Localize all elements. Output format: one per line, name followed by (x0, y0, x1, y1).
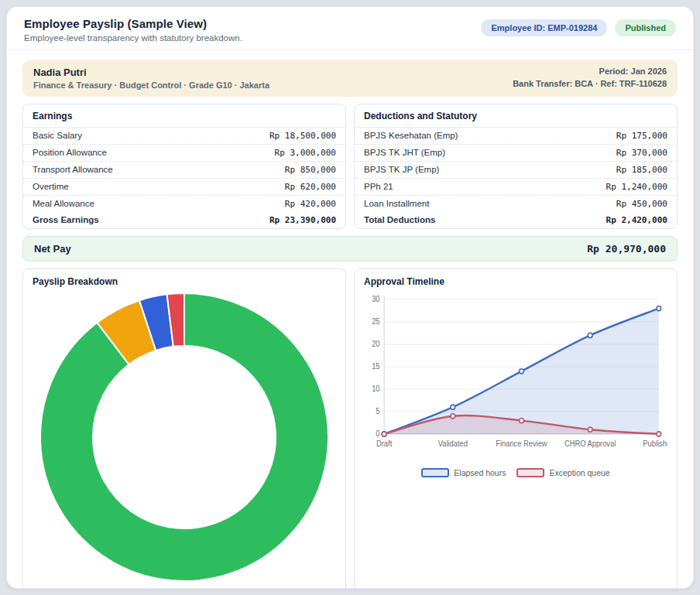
row-label: Meal Allowance (33, 199, 94, 208)
row-value: Rp 370,000 (616, 148, 667, 158)
deductions-rows: BPJS Kesehatan (Emp)Rp 175,000BPJS TK JH… (355, 128, 677, 212)
table-row: BPJS TK JP (Emp)Rp 185,000 (355, 162, 677, 179)
table-row: Loan InstallmentRp 450,000 (355, 196, 677, 212)
table-row: Position AllowanceRp 3,000,000 (23, 145, 345, 162)
data-point-marker (657, 432, 661, 436)
employee-strip: Nadia Putri Finance & Treasury · Budget … (22, 60, 678, 97)
row-value: Rp 850,000 (285, 165, 336, 175)
table-row: BPJS Kesehatan (Emp)Rp 175,000 (355, 128, 677, 145)
y-tick-label: 25 (372, 317, 379, 326)
legend-swatch (170, 588, 190, 589)
legend-label: Exception queue (549, 468, 609, 477)
earnings-panel: Earnings Basic SalaryRp 18,500,000Positi… (22, 104, 346, 229)
charts-section: Payslip Breakdown Net PayTaxBPJSOther de… (22, 268, 678, 589)
deductions-total-value: Rp 2,420,000 (606, 215, 667, 225)
data-point-marker (520, 369, 524, 374)
earnings-title: Earnings (23, 104, 345, 128)
y-tick-label: 10 (372, 385, 379, 393)
header-text: Employee Payslip (Sample View) Employee-… (24, 17, 242, 43)
table-row: Meal AllowanceRp 420,000 (23, 196, 345, 212)
earnings-rows: Basic SalaryRp 18,500,000Position Allowa… (23, 128, 345, 212)
data-point-marker (382, 432, 386, 436)
row-value: Rp 3,000,000 (275, 148, 336, 158)
x-tick-label: CHRO Approval (564, 439, 616, 448)
period-label: Period: Jan 2026 (513, 66, 667, 78)
employee-name: Nadia Putri (33, 67, 269, 78)
row-value: Rp 1,240,000 (606, 182, 667, 192)
legend-label: Tax (146, 588, 158, 589)
employee-identity: Nadia Putri Finance & Treasury · Budget … (33, 67, 269, 90)
x-tick-label: Draft (376, 439, 392, 448)
data-point-marker (520, 418, 524, 422)
legend-label: Net Pay (81, 588, 110, 589)
table-row: Transport AllowanceRp 850,000 (23, 162, 345, 179)
legend-item: Exception queue (516, 468, 609, 477)
line-chart-legend: Elapsed hoursException queue (364, 468, 667, 480)
data-point-marker (657, 306, 661, 310)
legend-item: Tax (121, 588, 158, 589)
donut-legend: Net PayTaxBPJSOther deductions (33, 588, 336, 589)
row-value: Rp 185,000 (616, 165, 667, 175)
approval-timeline-panel: Approval Timeline 051015202530DraftValid… (354, 268, 678, 589)
row-label: BPJS TK JP (Emp) (364, 165, 439, 174)
row-label: Overtime (33, 182, 69, 191)
payslip-breakdown-title: Payslip Breakdown (33, 276, 336, 287)
deductions-panel: Deductions and Statutory BPJS Kesehatan … (354, 104, 678, 229)
legend-swatch (516, 468, 544, 477)
status-badge: Published (615, 19, 676, 36)
net-pay-value: Rp 20,970,000 (587, 243, 666, 255)
legend-swatch (225, 588, 245, 589)
y-tick-label: 30 (372, 295, 379, 303)
row-value: Rp 620,000 (285, 182, 336, 192)
table-row: PPh 21Rp 1,240,000 (355, 179, 677, 196)
net-pay-bar: Net Pay Rp 20,970,000 (22, 236, 678, 262)
page-title: Employee Payslip (Sample View) (24, 17, 242, 30)
deductions-total-label: Total Deductions (364, 215, 435, 224)
deductions-title: Deductions and Statutory (355, 104, 677, 128)
legend-item: Elapsed hours (421, 468, 506, 477)
legend-swatch (57, 588, 77, 589)
y-tick-label: 5 (376, 407, 379, 415)
row-label: PPh 21 (364, 182, 393, 191)
legend-swatch (121, 588, 141, 589)
donut-chart (33, 287, 336, 588)
y-tick-label: 20 (372, 340, 379, 348)
legend-item: BPJS (170, 588, 214, 589)
x-tick-label: Published (643, 439, 667, 448)
legend-item: Other deductions (225, 588, 312, 589)
donut-chart-svg (38, 291, 331, 583)
table-row: BPJS TK JHT (Emp)Rp 370,000 (355, 145, 677, 162)
table-row: Basic SalaryRp 18,500,000 (23, 128, 345, 145)
data-point-marker (588, 333, 592, 337)
x-tick-label: Finance Review (496, 439, 547, 448)
legend-label: Elapsed hours (454, 468, 506, 477)
line-chart-svg: 051015202530DraftValidatedFinance Review… (364, 290, 667, 467)
row-label: Position Allowance (33, 148, 107, 157)
data-point-marker (588, 427, 592, 432)
bank-ref-label: Bank Transfer: BCA · Ref: TRF-110628 (513, 78, 667, 91)
row-value: Rp 450,000 (616, 199, 667, 209)
row-value: Rp 18,500,000 (269, 131, 336, 141)
data-point-marker (451, 405, 455, 409)
approval-timeline-title: Approval Timeline (364, 276, 667, 287)
pay-tables: Earnings Basic SalaryRp 18,500,000Positi… (22, 104, 678, 229)
legend-item: Net Pay (57, 588, 110, 589)
row-label: Transport Allowance (33, 165, 113, 174)
net-pay-label: Net Pay (34, 243, 71, 255)
employee-period-info: Period: Jan 2026 Bank Transfer: BCA · Re… (513, 66, 667, 91)
earnings-total-label: Gross Earnings (33, 215, 99, 224)
row-label: Basic Salary (33, 131, 82, 140)
y-tick-label: 15 (372, 362, 379, 371)
deductions-total-row: Total Deductions Rp 2,420,000 (355, 212, 677, 228)
legend-label: BPJS (194, 588, 214, 589)
employee-meta: Finance & Treasury · Budget Control · Gr… (33, 80, 269, 90)
header-badges: Employee ID: EMP-019284 Published (481, 19, 676, 36)
employee-id-badge: Employee ID: EMP-019284 (481, 19, 607, 36)
row-value: Rp 175,000 (616, 131, 667, 141)
x-tick-label: Validated (438, 439, 468, 448)
earnings-total-value: Rp 23,390,000 (269, 215, 336, 225)
payslip-breakdown-panel: Payslip Breakdown Net PayTaxBPJSOther de… (22, 268, 346, 589)
table-row: OvertimeRp 620,000 (23, 179, 345, 196)
page-subtitle: Employee-level transparency with statuto… (24, 33, 242, 43)
legend-swatch (421, 468, 449, 477)
